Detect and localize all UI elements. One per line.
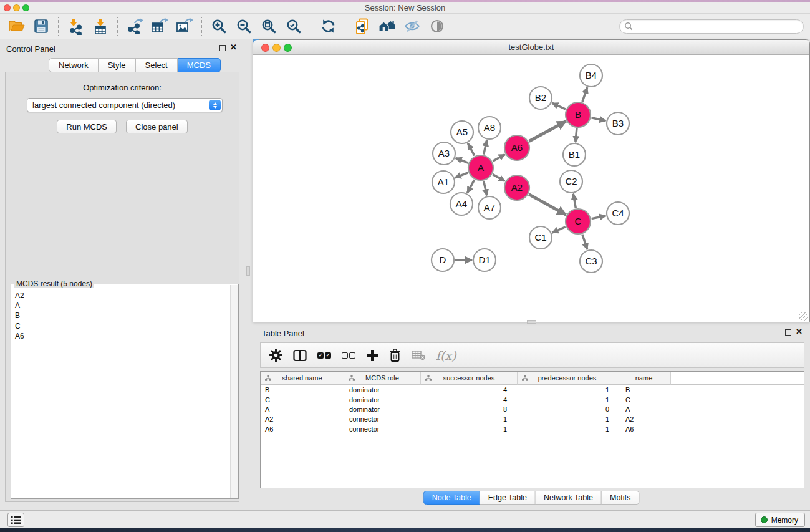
show-all-button[interactable] (425, 16, 450, 37)
cell[interactable]: A6 (617, 424, 671, 434)
result-item-a[interactable]: A (12, 301, 230, 311)
table-row-b[interactable]: Bdominator41B (261, 385, 804, 395)
graph-edge-A6-B[interactable] (529, 121, 566, 141)
cell[interactable]: dominator (344, 395, 421, 405)
table-settings-button[interactable] (269, 349, 282, 362)
graph-edge-B-B4[interactable] (582, 87, 587, 102)
column-header-shared-name[interactable]: shared name (261, 372, 344, 385)
graph-node-B[interactable]: B (566, 102, 591, 127)
result-item-b[interactable]: B (12, 311, 230, 321)
vertical-splitter-handle[interactable] (246, 266, 250, 276)
search-input[interactable] (633, 21, 803, 32)
result-item-a2[interactable]: A2 (12, 291, 230, 301)
graph-edge-C-C3[interactable] (582, 235, 587, 249)
horizontal-splitter-handle[interactable] (527, 320, 536, 324)
apply-layout-button[interactable] (316, 16, 340, 37)
cell[interactable]: 0 (518, 404, 617, 414)
table-row-a[interactable]: Adominator80A (261, 404, 804, 414)
cell[interactable]: A (617, 404, 671, 414)
cell[interactable]: 4 (421, 385, 518, 395)
cell[interactable]: C (617, 395, 671, 405)
tab-style[interactable]: Style (99, 58, 136, 72)
tab-network-table[interactable]: Network Table (536, 491, 602, 505)
select-all-columns-button[interactable]: ✓ ✓ (317, 352, 331, 359)
graph-node-C3[interactable]: C3 (580, 250, 602, 273)
graph-edge-A-A7[interactable] (484, 181, 487, 195)
graph-node-A[interactable]: A (468, 155, 493, 180)
float-panel-button[interactable] (219, 45, 226, 51)
column-header-predecessor-nodes[interactable]: predecessor nodes (518, 372, 617, 385)
run-mcds-button[interactable]: Run MCDS (57, 120, 117, 133)
cell[interactable]: 1 (518, 414, 617, 424)
graph-edge-B-B3[interactable] (591, 118, 605, 121)
zoom-selected-button[interactable] (281, 16, 306, 37)
cell[interactable]: 4 (421, 395, 518, 405)
table-row-a6[interactable]: A6connector11A6 (261, 424, 804, 434)
tab-select[interactable]: Select (136, 58, 178, 72)
new-network-from-selection-button[interactable] (350, 16, 375, 37)
graph-node-A6[interactable]: A6 (504, 135, 529, 160)
graph-node-C[interactable]: C (566, 209, 591, 234)
graph-node-C2[interactable]: C2 (560, 170, 582, 193)
close-panel-button[interactable]: Close panel (126, 120, 188, 133)
graph-node-A7[interactable]: A7 (478, 196, 501, 219)
export-image-button[interactable] (172, 16, 197, 37)
cell[interactable]: B (617, 385, 671, 395)
graph-node-B1[interactable]: B1 (563, 143, 586, 166)
graph-edge-A-A2[interactable] (493, 175, 504, 181)
cell[interactable]: connector (344, 414, 421, 424)
export-network-button[interactable] (122, 16, 147, 37)
cell[interactable]: 1 (518, 424, 617, 434)
import-table-button[interactable] (88, 16, 113, 37)
window-resize-grip[interactable] (799, 312, 808, 321)
graph-node-C1[interactable]: C1 (529, 226, 552, 249)
close-table-panel-icon[interactable]: ✕ (796, 327, 803, 336)
graph-node-B4[interactable]: B4 (580, 64, 602, 87)
delete-table-button-disabled[interactable] (412, 350, 425, 360)
graph-edge-C-C4[interactable] (592, 216, 606, 219)
result-item-a6[interactable]: A6 (12, 331, 230, 341)
create-column-button[interactable] (366, 349, 378, 362)
cell[interactable]: 1 (421, 414, 518, 424)
tab-mcds[interactable]: MCDS (178, 58, 221, 72)
tab-edge-table[interactable]: Edge Table (480, 491, 536, 505)
graph-node-A5[interactable]: A5 (451, 121, 473, 143)
table-row-c[interactable]: Cdominator41C (261, 395, 804, 405)
result-item-c[interactable]: C (12, 321, 230, 331)
cell[interactable]: dominator (344, 404, 421, 414)
task-history-button[interactable] (7, 513, 24, 527)
cell[interactable]: B (261, 385, 344, 395)
graph-node-D[interactable]: D (432, 249, 454, 271)
cell[interactable]: C (261, 395, 344, 405)
cell[interactable]: 1 (518, 395, 617, 405)
network-window-titlebar[interactable]: testGlobe.txt (253, 40, 809, 55)
graph-node-A3[interactable]: A3 (433, 142, 455, 165)
graph-edge-A-A3[interactable] (456, 158, 468, 163)
zoom-in-button[interactable] (206, 16, 231, 37)
graph-edge-C-C2[interactable] (573, 194, 576, 208)
criterion-select[interactable]: largest connected component (directed) (27, 98, 223, 112)
zoom-fit-button[interactable] (256, 16, 281, 37)
cell[interactable]: A2 (261, 414, 344, 424)
close-panel-icon[interactable]: ✕ (230, 43, 237, 52)
save-session-button[interactable] (29, 16, 54, 37)
table-row-a2[interactable]: A2connector11A2 (261, 414, 804, 424)
column-header-successor-nodes[interactable]: successor nodes (421, 372, 518, 385)
graph-node-B2[interactable]: B2 (529, 87, 552, 109)
graph-edge-C-C1[interactable] (552, 227, 565, 233)
unselect-all-columns-button[interactable] (342, 352, 355, 359)
graph-edge-B-B1[interactable] (576, 128, 577, 142)
zoom-out-button[interactable] (231, 16, 256, 37)
tab-node-table[interactable]: Node Table (423, 491, 480, 505)
export-table-button[interactable] (147, 16, 172, 37)
network-canvas[interactable]: B4B2BB3B1A5A8A6A3AA1A2A4A7C2CC4C1C3DD1 (253, 55, 809, 322)
hide-selected-button[interactable] (400, 16, 425, 37)
delete-column-button[interactable] (389, 349, 401, 362)
result-scrollbar[interactable] (230, 285, 238, 498)
graph-edge-B-B2[interactable] (552, 103, 566, 109)
cell[interactable]: connector (344, 424, 421, 434)
graph-edge-A-A5[interactable] (468, 143, 474, 156)
cell[interactable]: A2 (617, 414, 671, 424)
graph-node-A4[interactable]: A4 (450, 193, 473, 215)
cell[interactable]: A6 (261, 424, 344, 434)
